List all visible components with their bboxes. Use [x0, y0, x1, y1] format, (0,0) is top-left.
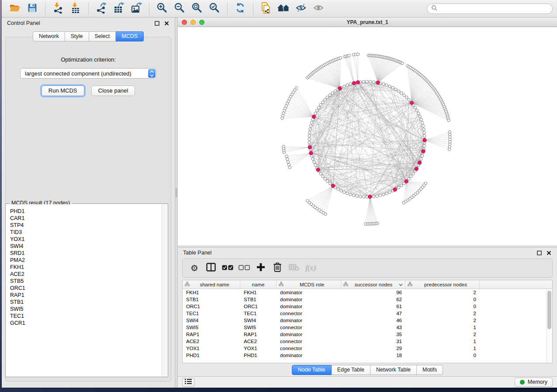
import-network-button[interactable] [49, 1, 67, 16]
mcds-list-scrollbar[interactable] [162, 204, 167, 376]
network-node[interactable] [382, 83, 385, 85]
network-node[interactable] [326, 180, 329, 182]
network-node[interactable] [295, 86, 298, 89]
mcds-hub-node[interactable] [422, 149, 425, 153]
cell-shared-name[interactable]: SWI4 [183, 318, 240, 323]
network-node[interactable] [349, 193, 352, 196]
network-node[interactable] [366, 80, 368, 83]
network-node[interactable] [343, 85, 346, 88]
network-node[interactable] [324, 177, 326, 180]
network-node[interactable] [410, 175, 412, 178]
open-session-button[interactable] [6, 1, 24, 16]
network-window-titlebar[interactable]: YPA_prune.txt_1 [178, 17, 557, 27]
network-node[interactable] [359, 195, 362, 198]
mcds-node-item[interactable]: RAP1 [10, 292, 161, 299]
network-node[interactable] [376, 195, 378, 197]
minimize-window-icon[interactable] [190, 20, 196, 25]
cell-predecessor-nodes[interactable]: 0 [405, 297, 480, 302]
network-node[interactable] [346, 84, 349, 86]
network-node[interactable] [329, 94, 331, 96]
float-panel-icon[interactable] [154, 21, 160, 26]
network-node[interactable] [309, 128, 311, 131]
column-header-predecessor-nodes[interactable]: predecessor nodes [405, 280, 480, 289]
cell-successor-nodes[interactable]: 18 [341, 353, 405, 358]
network-node[interactable] [408, 177, 410, 180]
network-node[interactable] [287, 161, 289, 163]
network-node[interactable] [448, 148, 450, 151]
network-node[interactable] [388, 191, 391, 193]
network-node[interactable] [414, 106, 416, 109]
table-row[interactable]: ACE2ACE2connector311 [183, 338, 552, 345]
table-row[interactable]: RAP1RAP1dominator352 [183, 331, 552, 338]
cell-successor-nodes[interactable]: 29 [341, 346, 405, 351]
cell-predecessor-nodes[interactable]: 2 [405, 290, 480, 295]
cell-successor-nodes[interactable]: 43 [341, 325, 405, 330]
show-hide-panels-button[interactable] [275, 1, 292, 16]
table-row[interactable]: SWI5SWI5connector431 [183, 324, 552, 331]
cell-name[interactable]: STB1 [240, 297, 277, 302]
task-history-button[interactable] [182, 378, 194, 387]
mcds-node-item[interactable]: SWI4 [10, 243, 161, 250]
network-node[interactable] [331, 92, 334, 94]
cell-name[interactable]: YOX1 [240, 346, 277, 351]
network-node[interactable] [339, 56, 342, 59]
cell-shared-name[interactable]: PHD1 [183, 353, 240, 358]
network-node[interactable] [401, 62, 404, 65]
network-node[interactable] [415, 109, 418, 112]
memory-button[interactable]: Memory [515, 378, 553, 387]
function-builder-button[interactable]: f(x) [304, 261, 317, 275]
cell-mcds-role[interactable]: dominator [277, 297, 341, 302]
network-node[interactable] [421, 155, 423, 157]
mcds-hub-node[interactable] [338, 86, 342, 90]
network-node[interactable] [309, 124, 312, 127]
table-tab-edge-table[interactable]: Edge Table [332, 365, 370, 375]
table-row[interactable]: ORC1ORC1dominator610 [183, 303, 552, 310]
cell-predecessor-nodes[interactable]: 1 [405, 346, 480, 351]
network-node[interactable] [348, 54, 350, 57]
cell-predecessor-nodes[interactable]: 0 [405, 353, 480, 358]
cell-predecessor-nodes[interactable]: 2 [405, 332, 480, 337]
mcds-hub-node[interactable] [312, 115, 315, 118]
network-node[interactable] [364, 223, 367, 225]
cell-mcds-role[interactable]: dominator [277, 353, 341, 358]
cell-shared-name[interactable]: TEC1 [183, 311, 240, 316]
network-node[interactable] [412, 172, 415, 175]
close-panel-button[interactable]: Close panel [91, 86, 135, 96]
table-row[interactable]: TEC1TEC1connector472 [183, 310, 552, 317]
scrollbar-thumb[interactable] [547, 291, 551, 329]
mcds-node-item[interactable]: STB5 [10, 278, 161, 285]
network-node[interactable] [334, 90, 336, 93]
cell-shared-name[interactable]: FKH1 [183, 290, 240, 295]
cell-predecessor-nodes[interactable]: 2 [405, 311, 480, 316]
network-node[interactable] [306, 199, 309, 202]
mcds-hub-node[interactable] [415, 167, 418, 171]
table-row[interactable]: FKH1FKH1dominator962 [183, 289, 552, 296]
table-tab-node-table[interactable]: Node Table [292, 365, 332, 375]
network-node[interactable] [382, 193, 385, 196]
network-node[interactable] [400, 92, 403, 94]
table-tab-network-table[interactable]: Network Table [370, 365, 417, 375]
network-node[interactable] [287, 163, 290, 166]
select-all-columns-button[interactable] [221, 261, 234, 275]
mcds-hub-node[interactable] [418, 161, 421, 165]
column-header-mcds-role[interactable]: MCDS role [277, 280, 341, 289]
mcds-node-item[interactable]: ORC1 [10, 285, 161, 292]
mcds-hub-node[interactable] [352, 81, 356, 85]
mcds-hub-node[interactable] [376, 81, 380, 84]
network-node[interactable] [422, 124, 424, 127]
network-node[interactable] [423, 134, 426, 137]
network-node[interactable] [403, 94, 405, 96]
cell-successor-nodes[interactable]: 62 [341, 297, 405, 302]
network-node[interactable] [385, 192, 388, 195]
network-node[interactable] [420, 118, 422, 121]
cell-mcds-role[interactable]: connector [277, 346, 341, 351]
network-node[interactable] [337, 188, 339, 190]
zoom-in-button[interactable] [153, 1, 171, 16]
cell-successor-nodes[interactable]: 61 [341, 304, 405, 309]
network-node[interactable] [420, 158, 422, 160]
export-image-button[interactable] [128, 1, 145, 16]
network-node[interactable] [372, 195, 375, 198]
tab-select[interactable]: Select [89, 31, 116, 41]
mcds-node-item[interactable]: SRD1 [10, 250, 161, 257]
table-options-button[interactable]: ⚙ [188, 261, 201, 275]
